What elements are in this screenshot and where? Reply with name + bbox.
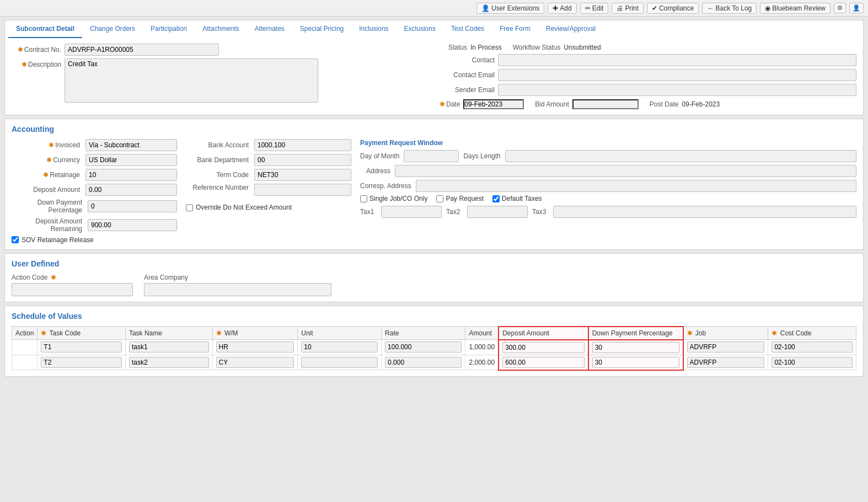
bank-account-row: Bank Account [186, 139, 351, 151]
tax1-label: Tax1 [360, 208, 377, 216]
invoiced-input[interactable] [85, 139, 177, 151]
user-extensions-button[interactable]: 👤 User Extensions [476, 3, 544, 14]
contract-no-label: ✱Contract No. [12, 46, 61, 54]
row2-unit-input[interactable] [301, 357, 378, 368]
row2-wm-input[interactable] [216, 357, 294, 368]
deposit-amount-label: Deposit Amount [12, 186, 83, 194]
bid-amount-input[interactable] [572, 99, 639, 109]
term-code-input[interactable] [254, 169, 351, 181]
add-button[interactable]: ✚ Add [548, 3, 576, 14]
row2-task-code-input[interactable] [41, 357, 122, 368]
reference-number-input[interactable] [254, 184, 351, 196]
row2-down-payment-pct [588, 355, 683, 370]
row1-cost-code-input[interactable] [771, 341, 853, 353]
description-input[interactable]: Credit Tax [65, 58, 318, 103]
contact-input[interactable] [498, 54, 856, 66]
pay-request-checkbox[interactable] [436, 195, 443, 202]
area-company-label-row: Area Company [144, 274, 331, 281]
tax1-input[interactable] [381, 206, 442, 218]
tab-inclusions[interactable]: Inclusions [351, 20, 396, 38]
compliance-button[interactable]: ✔ Compliance [647, 3, 699, 14]
action-code-input[interactable] [12, 283, 133, 296]
currency-row: ✱Currency [12, 154, 177, 166]
payment-window-title: Payment Request Window [360, 139, 856, 147]
row1-rate-input[interactable] [385, 341, 462, 353]
contact-email-label: Contact Email [440, 71, 495, 79]
user-icon: 👤 [481, 4, 490, 12]
row1-deposit-amount-input[interactable] [502, 342, 584, 353]
tab-subcontract-detail[interactable]: Subcontract Detail [8, 20, 82, 38]
tab-change-orders[interactable]: Change Orders [82, 20, 143, 38]
row2-cost-code-input[interactable] [771, 357, 853, 368]
deposit-amount-input[interactable] [85, 184, 177, 196]
tab-review-approval[interactable]: Review/Approval [538, 20, 603, 38]
address-label: Address [360, 167, 390, 175]
tab-alternates[interactable]: Alternates [247, 20, 292, 38]
tab-attachments[interactable]: Attachments [195, 20, 247, 38]
action-code-label-row: Action Code ✱ [12, 274, 133, 281]
schedule-of-values-panel: Schedule of Values Action ✱ Task Code Ta… [4, 306, 864, 377]
day-of-month-input[interactable] [404, 150, 459, 162]
sov-retainage-checkbox-label[interactable]: SOV Retainage Release [12, 236, 177, 244]
row2-task-name-input[interactable] [129, 357, 209, 368]
override-label: Override Do Not Exceed Amount [196, 204, 292, 211]
currency-input[interactable] [85, 154, 177, 166]
status-label: Status [440, 44, 467, 51]
row2-rate-input[interactable] [385, 357, 462, 368]
row2-deposit-amount [499, 355, 588, 370]
address-row: Address [360, 165, 856, 177]
address-input[interactable] [395, 165, 856, 177]
row1-task-code-input[interactable] [41, 341, 122, 353]
corresp-address-input[interactable] [416, 180, 856, 192]
retainage-input[interactable] [85, 169, 177, 181]
row1-wm-input[interactable] [216, 341, 294, 353]
bank-account-input[interactable] [254, 139, 351, 151]
days-length-input[interactable] [505, 150, 856, 162]
down-payment-pct-input[interactable] [88, 200, 177, 212]
area-company-input[interactable] [144, 283, 331, 296]
override-checkbox-label[interactable]: Override Do Not Exceed Amount [186, 204, 351, 211]
contact-email-input[interactable] [498, 69, 856, 81]
row2-job-input[interactable] [687, 357, 765, 368]
row2-task-name [125, 355, 212, 370]
user-avatar-button[interactable]: 👤 [849, 3, 864, 13]
row1-down-payment-pct-input[interactable] [592, 342, 679, 353]
row2-down-payment-pct-input[interactable] [592, 357, 679, 368]
date-input[interactable] [463, 99, 524, 109]
reference-number-label: Reference Number [186, 184, 252, 191]
single-job-label[interactable]: Single Job/CO Only [360, 195, 427, 202]
default-taxes-label[interactable]: Default Taxes [492, 195, 542, 202]
bank-department-input[interactable] [254, 154, 351, 166]
tax3-input[interactable] [553, 206, 856, 218]
row1-unit-input[interactable] [301, 341, 378, 353]
action-code-label: Action Code [12, 274, 47, 281]
contract-no-input[interactable] [65, 44, 219, 56]
back-to-log-button[interactable]: ← Back To Log [702, 3, 757, 14]
retainage-label: ✱Retainage [12, 171, 83, 179]
tab-exclusions[interactable]: Exclusions [397, 20, 443, 38]
pay-request-label[interactable]: Pay Request [436, 195, 484, 202]
payment-window-row1: Day of Month Days Length [360, 150, 856, 162]
tab-free-form[interactable]: Free Form [492, 20, 538, 38]
sov-retainage-label: SOV Retainage Release [22, 236, 94, 244]
single-job-checkbox[interactable] [360, 195, 367, 202]
row1-job-input[interactable] [687, 341, 765, 353]
default-taxes-checkbox[interactable] [492, 195, 500, 202]
row2-rate [382, 355, 465, 370]
corresp-address-label: Corresp. Address [360, 182, 411, 190]
tab-special-pricing[interactable]: Special Pricing [292, 20, 351, 38]
settings-icon-button[interactable]: ⚙ [834, 3, 846, 13]
edit-button[interactable]: ✏ Edit [580, 3, 609, 14]
tab-text-codes[interactable]: Text Codes [443, 20, 492, 38]
back-icon: ← [707, 4, 714, 12]
row1-task-name-input[interactable] [129, 341, 209, 353]
sov-retainage-checkbox[interactable] [12, 236, 19, 243]
print-button[interactable]: 🖨 Print [612, 3, 644, 14]
sender-email-input[interactable] [498, 84, 856, 96]
tab-participation[interactable]: Participation [143, 20, 195, 38]
deposit-remaining-input[interactable] [88, 219, 177, 231]
bluebeam-review-button[interactable]: ◉ Bluebeam Review [760, 3, 831, 14]
row2-deposit-amount-input[interactable] [502, 357, 584, 368]
override-checkbox[interactable] [186, 204, 193, 211]
tax2-input[interactable] [467, 206, 528, 218]
